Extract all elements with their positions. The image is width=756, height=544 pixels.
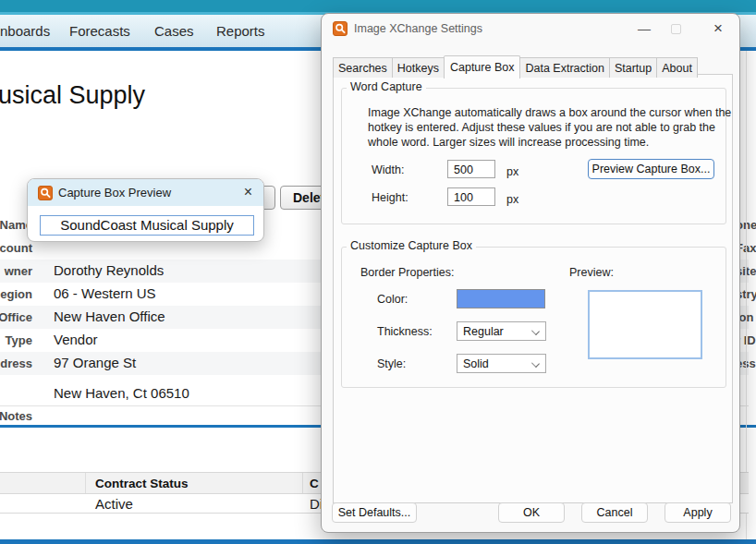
field-label: wner bbox=[0, 264, 32, 278]
field-value: 06 - Western US bbox=[54, 285, 156, 301]
nav-item-reports[interactable]: Reports bbox=[216, 23, 265, 39]
style-dropdown[interactable]: Solid bbox=[457, 354, 546, 373]
preview-label: Preview: bbox=[569, 266, 614, 279]
tab-capture-box[interactable]: Capture Box bbox=[444, 55, 520, 79]
close-icon[interactable]: × bbox=[244, 184, 252, 200]
height-input[interactable] bbox=[447, 187, 495, 206]
word-capture-group: Word Capture Image XChange automatically… bbox=[341, 88, 726, 224]
table-header-cell bbox=[0, 473, 86, 493]
thickness-dropdown[interactable]: Regular bbox=[457, 321, 546, 341]
tab-searches[interactable]: Searches bbox=[333, 57, 393, 78]
settings-dialog-titlebar[interactable]: Image XChange Settings — × bbox=[322, 14, 739, 45]
capture-box-tab-page: Word Capture Image XChange automatically… bbox=[333, 74, 733, 503]
width-label: Width: bbox=[372, 163, 404, 176]
image-xchange-app-icon bbox=[333, 21, 348, 36]
field-value: 97 Orange St bbox=[54, 355, 136, 370]
border-properties-label: Border Properties: bbox=[360, 266, 454, 279]
color-label: Color: bbox=[377, 293, 408, 306]
image-xchange-settings-dialog: Image XChange Settings — × Searches Hotk… bbox=[321, 13, 740, 533]
field-label: egion bbox=[0, 287, 32, 301]
set-defaults-button[interactable]: Set Defaults... bbox=[332, 502, 417, 523]
table-cell-contract-status: Active bbox=[86, 494, 303, 513]
nav-item-dashboards[interactable]: nboards bbox=[0, 23, 50, 39]
customize-group-label: Customize Capture Box bbox=[347, 239, 476, 252]
tab-about[interactable]: About bbox=[656, 57, 698, 78]
field-value: Vendor bbox=[54, 332, 98, 347]
maximize-icon[interactable] bbox=[671, 24, 681, 34]
height-unit: px bbox=[506, 193, 518, 206]
field-value: Dorothy Reynolds bbox=[54, 262, 164, 278]
style-value: Solid bbox=[463, 357, 489, 370]
top-teal-bar bbox=[0, 0, 756, 12]
border-preview-box bbox=[588, 290, 702, 359]
page-title: usical Supply bbox=[0, 81, 145, 110]
field-value: New Haven, Ct 06510 bbox=[54, 385, 189, 401]
table-cell bbox=[0, 494, 86, 513]
preview-capture-box-button[interactable]: Preview Capture Box... bbox=[588, 159, 714, 179]
minimize-icon[interactable]: — bbox=[634, 21, 654, 38]
thickness-label: Thickness: bbox=[377, 325, 433, 338]
tab-data-extraction[interactable]: Data Extraction bbox=[519, 57, 609, 78]
nav-item-cases[interactable]: Cases bbox=[154, 23, 194, 39]
field-label: Type bbox=[0, 333, 32, 347]
field-label: dress bbox=[0, 357, 32, 370]
apply-button[interactable]: Apply bbox=[665, 502, 731, 523]
settings-dialog-title: Image XChange Settings bbox=[354, 22, 482, 35]
field-label: count bbox=[0, 241, 32, 255]
chevron-down-icon bbox=[531, 327, 540, 335]
width-unit: px bbox=[506, 165, 518, 178]
word-capture-group-label: Word Capture bbox=[347, 80, 426, 93]
chevron-down-icon bbox=[531, 359, 540, 368]
settings-tab-bar: Searches Hotkeys Capture Box Data Extrac… bbox=[333, 54, 697, 78]
tab-hotkeys[interactable]: Hotkeys bbox=[392, 57, 445, 78]
height-label: Height: bbox=[372, 191, 408, 204]
capture-box-preview-dialog: Capture Box Preview × SoundCoast Musical… bbox=[27, 178, 264, 242]
captured-text-box: SoundCoast Musical Supply bbox=[40, 215, 254, 236]
thickness-value: Regular bbox=[463, 325, 504, 338]
customize-capture-box-group: Customize Capture Box Border Properties:… bbox=[341, 247, 726, 388]
nav-item-forecasts[interactable]: Forecasts bbox=[69, 23, 130, 39]
field-label: Office bbox=[0, 310, 32, 324]
table-header-contract-status: Contract Status bbox=[86, 473, 303, 493]
tab-startup[interactable]: Startup bbox=[609, 57, 657, 78]
word-capture-description: Image XChange automatically draws a box … bbox=[368, 105, 738, 150]
content-edge-line bbox=[746, 51, 747, 539]
color-swatch[interactable] bbox=[457, 289, 545, 308]
bottom-divider bbox=[0, 539, 756, 544]
cancel-button[interactable]: Cancel bbox=[581, 502, 648, 523]
width-input[interactable] bbox=[447, 160, 495, 178]
image-xchange-app-icon bbox=[38, 186, 53, 200]
preview-dialog-titlebar[interactable]: Capture Box Preview × bbox=[28, 179, 263, 206]
ok-button[interactable]: OK bbox=[498, 502, 565, 523]
field-value: New Haven Office bbox=[54, 308, 165, 324]
close-icon[interactable]: × bbox=[708, 19, 728, 38]
style-label: Style: bbox=[377, 357, 406, 370]
preview-dialog-title: Capture Box Preview bbox=[58, 186, 171, 199]
field-label: Notes bbox=[0, 409, 32, 423]
